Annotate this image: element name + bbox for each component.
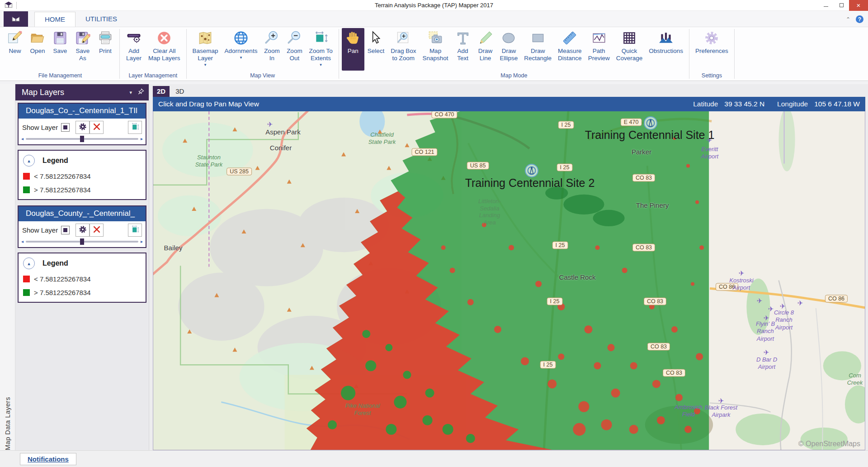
ribbon-button[interactable]: Adornments ▾ [222,28,261,71]
park-label: Chatfield State Park [368,131,396,145]
latitude-label: Latitude [693,100,718,108]
slider-thumb[interactable] [80,136,84,142]
legend-swatch-green [23,289,30,296]
show-layer-label: Show Layer [22,226,58,234]
legend-collapse-button[interactable]: ▴ [23,257,35,269]
slider-left-arrow[interactable]: ◂ [21,137,24,141]
slider-thumb[interactable] [80,238,84,245]
ribbon-button[interactable]: Measure Distance [555,28,585,71]
ribbon-button[interactable]: Draw Line [474,28,497,71]
show-layer-checkbox[interactable] [61,226,70,234]
window-title: Terrain Analysis Package (TAP) Mapper 20… [0,2,868,9]
ribbon-button[interactable]: Zoom In [260,28,283,71]
road-shield: CO 86 [825,295,848,303]
help-icon[interactable]: ? [856,15,863,23]
slider-right-arrow[interactable]: ▸ [141,137,143,141]
layer-delete-button[interactable] [90,121,104,134]
map-canvas[interactable]: CO 470CO 121US 285US 85E 470I 25I 25I 25… [153,111,865,450]
delete-x-icon [92,122,101,133]
ribbon-button[interactable]: Draw Ellipse [497,28,521,71]
ribbon-button[interactable]: Print [94,28,117,71]
group-separator [339,29,339,79]
maximize-button[interactable] [834,0,849,11]
layer-delete-button[interactable] [90,224,104,237]
collapse-ribbon-icon[interactable]: ⌃ [846,16,850,23]
pin-icon[interactable] [137,88,144,97]
app-window: Terrain Analysis Package (TAP) Mapper 20… [0,0,868,467]
draw-rectangle-icon [530,30,546,46]
notifications-link[interactable]: Notifications [20,453,76,465]
layer-title[interactable]: Douglas_County_-_Centennial_ [19,206,146,221]
airport-label: Ambrosich Field [675,404,702,419]
ribbon-button[interactable]: Pan [342,28,364,71]
zoom-extents-icon [313,30,329,46]
ribbon-button[interactable]: Zoom To Extents ▾ [306,28,335,71]
road-shield: E 470 [621,119,642,126]
layer-settings-button[interactable] [75,224,90,237]
ribbon-button[interactable]: Clear All Map Layers [145,28,184,71]
map-dimension-tab[interactable]: 3D [171,86,188,97]
airplane-icon: ✈ [267,120,273,129]
ribbon-button[interactable]: Map Snapshot [419,28,451,71]
layer-transparency-slider[interactable]: ◂ ▸ [19,238,146,247]
airport-label: Flyin' B Ranch Airport [756,320,775,343]
legend-row: > 7.581225267834 [23,186,141,194]
map-dimension-tab[interactable]: 2D [153,86,170,97]
park-label: Littleton- Sedalia Landing Area [478,198,501,226]
osm-attribution: © OpenStreetMaps [798,440,860,448]
ribbon-button[interactable]: Open [26,28,49,71]
airplane-icon: ✈ [797,299,803,307]
slider-left-arrow[interactable]: ◂ [21,239,24,244]
map-data-layers-tab[interactable]: Map Data Layers [0,84,15,450]
ribbon-button[interactable]: Preferences [692,28,731,71]
ribbon-button[interactable]: Drag Box to Zoom [387,28,419,71]
preferences-icon [703,30,720,46]
legend-title: Legend [42,259,68,267]
zoom-to-layer-button[interactable] [128,224,142,237]
ribbon-button[interactable]: New [4,28,26,71]
layer-transparency-slider[interactable]: ◂ ▸ [19,135,146,144]
panel-menu-icon[interactable]: ▾ [129,90,132,95]
minimize-button[interactable] [818,0,834,11]
ribbon-button[interactable]: Zoom Out [283,28,306,71]
town-label: Parker [632,148,651,156]
show-layer-checkbox[interactable] [61,123,70,132]
road-shield: I 25 [552,242,568,249]
map-layers-panel: Map Layers ▾ Douglas_Co_-_Centennial_1_T… [15,84,149,450]
obstructions-icon [658,30,674,46]
new-icon [7,30,23,46]
file-menu-button[interactable] [4,11,28,27]
ribbon-group-map-view: Basemap Layer ▾ Adornments ▾ Zoom In [188,27,338,81]
layer-title[interactable]: Douglas_Co_-_Centennial_1_TIl [19,104,146,119]
airplane-icon: ✈ [718,397,724,405]
group-separator [734,29,735,79]
legend-collapse-button[interactable]: ▴ [23,155,35,167]
zoom-to-layer-button[interactable] [128,121,142,134]
select-icon [368,30,384,46]
ribbon-button[interactable]: Draw Rectangle [521,28,555,71]
ribbon-button[interactable]: Basemap Layer ▾ [189,28,222,71]
ribbon-button[interactable]: Quick Coverage [613,28,646,71]
legend-swatch-red [23,276,30,282]
ribbon-group-label: File Management [4,71,117,81]
quick-coverage-icon [621,30,637,46]
ribbon-button[interactable]: Add Text [452,28,474,71]
slider-right-arrow[interactable]: ▸ [141,239,143,244]
ribbon-tab[interactable]: UTILITIES [75,12,127,27]
ribbon-button[interactable]: Obstructions [646,28,686,71]
layer-settings-button[interactable] [75,121,90,134]
ribbon-button[interactable]: Path Preview [585,28,613,71]
app-logo-icon[interactable] [4,0,14,11]
ribbon-button[interactable]: Save [49,28,71,71]
dropdown-arrow-icon: ▾ [204,62,207,67]
ribbon-button[interactable]: Save As [71,28,94,71]
legend-row: < 7.581225267834 [23,172,141,180]
group-separator [689,29,689,79]
ribbon-group-label: Layer Management [123,71,184,81]
ribbon-button[interactable]: Add Layer [123,28,145,71]
road-shield: CO 83 [632,244,655,252]
snapshot-icon [427,30,443,46]
ribbon-tab[interactable]: HOME [34,12,75,27]
ribbon-button[interactable]: Select [364,28,388,71]
close-button[interactable]: × [849,0,868,11]
